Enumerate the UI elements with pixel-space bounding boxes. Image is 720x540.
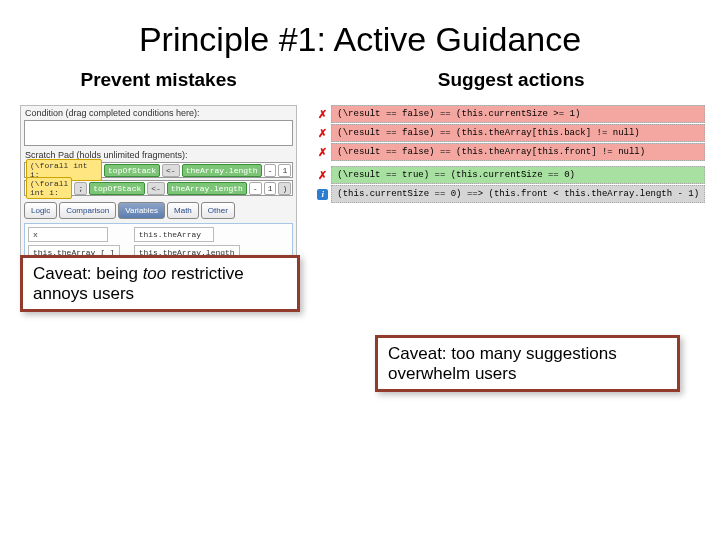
chip[interactable]: (\forall int i:	[26, 177, 72, 199]
chip[interactable]: -	[264, 164, 277, 177]
suggestion-code: (\result == false) == (this.currentSize …	[331, 105, 705, 123]
chip[interactable]: topOfStack	[104, 164, 160, 177]
reject-icon: ✗	[317, 128, 328, 139]
caveat-right: Caveat: too many suggestions overwhelm u…	[375, 335, 680, 392]
info-icon: i	[317, 189, 328, 200]
tab-comparison[interactable]: Comparison	[59, 202, 116, 219]
suggest-actions-panel: ✗ (\result == false) == (this.currentSiz…	[317, 105, 705, 203]
suggestion-code: (this.currentSize == 0) ==> (this.front …	[331, 185, 705, 203]
scratch-row[interactable]: (\forall int i: topOfStack <- theArray.l…	[24, 162, 293, 178]
caveat-left: Caveat: being too restrictive annoys use…	[20, 255, 300, 312]
suggestion-row[interactable]: ✗ (\result == false) == (this.theArray[t…	[317, 124, 705, 142]
scratch-row[interactable]: (\forall int i: ; topOfStack <- theArray…	[24, 180, 293, 196]
reject-icon: ✗	[317, 170, 328, 181]
scratch-pad[interactable]: (\forall int i: topOfStack <- theArray.l…	[24, 162, 293, 196]
tab-math[interactable]: Math	[167, 202, 199, 219]
suggestion-row[interactable]: ✗ (\result == true) == (this.currentSize…	[317, 166, 705, 184]
right-column: Suggest actions ✗ (\result == false) == …	[317, 69, 705, 289]
chip[interactable]: <-	[162, 164, 180, 177]
var-item[interactable]: this.theArray	[134, 227, 214, 242]
tab-variables[interactable]: Variables	[118, 202, 165, 219]
condition-label: Condition (drag completed conditions her…	[21, 106, 296, 120]
suggestion-row[interactable]: ✗ (\result == false) == (this.currentSiz…	[317, 105, 705, 123]
suggestion-code: (\result == true) == (this.currentSize =…	[331, 166, 705, 184]
var-item[interactable]: x	[28, 227, 108, 242]
suggestion-row[interactable]: ✗ (\result == false) == (this.theArray[t…	[317, 143, 705, 161]
suggestion-code: (\result == false) == (this.theArray[thi…	[331, 143, 705, 161]
category-tabs: Logic Comparison Variables Math Other	[24, 202, 293, 219]
chip[interactable]: <-	[147, 182, 165, 195]
caveat-text: Caveat: being	[33, 264, 143, 283]
chip[interactable]: topOfStack	[89, 182, 145, 195]
chip[interactable]: theArray.length	[167, 182, 247, 195]
left-subheading: Prevent mistakes	[20, 69, 297, 91]
slide-title: Principle #1: Active Guidance	[0, 0, 720, 69]
caveat-emphasis: too	[143, 264, 167, 283]
condition-dropzone[interactable]	[24, 120, 293, 146]
chip[interactable]: theArray.length	[182, 164, 262, 177]
suggestion-code: (\result == false) == (this.theArray[thi…	[331, 124, 705, 142]
chip[interactable]: )	[278, 182, 291, 195]
right-subheading: Suggest actions	[317, 69, 705, 91]
suggestion-row[interactable]: i (this.currentSize == 0) ==> (this.fron…	[317, 185, 705, 203]
chip[interactable]: 1	[278, 164, 291, 177]
reject-icon: ✗	[317, 109, 328, 120]
chip[interactable]: ;	[74, 182, 87, 195]
chip[interactable]: 1	[264, 182, 277, 195]
reject-icon: ✗	[317, 147, 328, 158]
chip[interactable]: -	[249, 182, 262, 195]
tab-logic[interactable]: Logic	[24, 202, 57, 219]
tab-other[interactable]: Other	[201, 202, 235, 219]
